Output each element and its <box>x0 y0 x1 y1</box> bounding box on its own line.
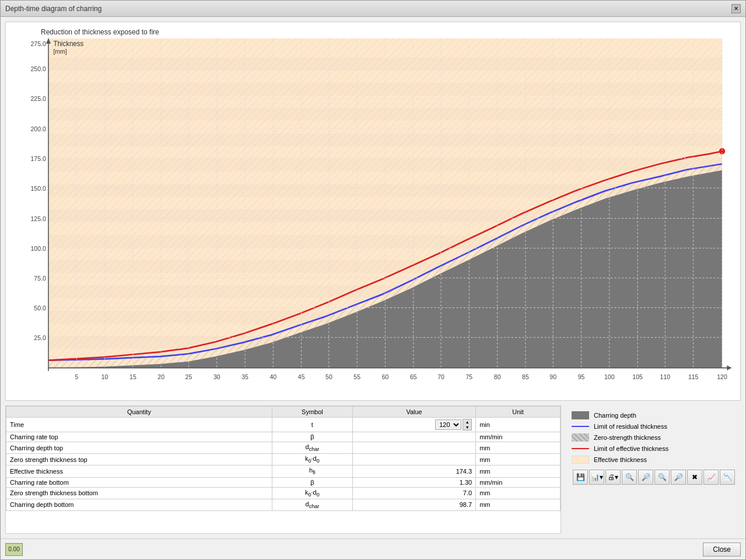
svg-text:225.0: 225.0 <box>31 95 46 102</box>
cell-unit: mm <box>476 442 561 454</box>
cell-unit: mm/min <box>476 477 561 487</box>
main-window: Depth-time diagram of charring ✕ Reducti… <box>0 0 746 560</box>
legend-label-effective-thick: Effective thickness <box>594 456 647 463</box>
cell-symbol: t <box>272 418 352 432</box>
svg-text:40: 40 <box>270 373 277 380</box>
cell-value <box>352 454 475 466</box>
table-row: Zero strength thickness bottomk0·d07.0mm <box>6 487 561 499</box>
svg-text:45: 45 <box>298 373 305 380</box>
toolbar-print[interactable]: 🖨▾ <box>605 470 621 485</box>
legend-swatch-residual <box>572 426 589 427</box>
cell-unit: mm <box>476 466 561 477</box>
table-row: Effective thicknesshfi174.3mm <box>6 466 561 477</box>
legend-zero-strength: Zero-strength thickness <box>572 433 735 442</box>
chart-container: 25.0 50.0 75.0 100.0 125.0 150.0 175.0 2… <box>12 38 734 393</box>
toolbar-chart-type1[interactable]: 📈 <box>703 470 719 485</box>
legend-swatch-effective-thick <box>572 456 589 464</box>
table-row: Charring depth topdcharmm <box>6 442 561 454</box>
bottom-area: Quantity Symbol Value Unit Timet120▲▼min… <box>5 405 741 534</box>
cell-quantity: Zero strength thickness bottom <box>6 487 272 499</box>
svg-text:35: 35 <box>241 373 248 380</box>
toolbar-zoom-out[interactable]: 🔎 <box>638 470 653 485</box>
svg-text:70: 70 <box>437 373 444 380</box>
svg-text:10: 10 <box>101 373 108 380</box>
toolbar-reset[interactable]: ✖ <box>687 470 702 485</box>
svg-text:120: 120 <box>717 373 727 380</box>
toolbar-buttons: 💾 📊▾ 🖨▾ 🔍 🔎 🔍 🔎 ✖ 📈 📉 <box>572 470 735 485</box>
legend-residual-line: Limit of residual thickness <box>572 423 735 430</box>
cell-quantity: Time <box>6 418 272 432</box>
cell-symbol: dchar <box>272 442 352 454</box>
cell-unit: mm <box>476 454 561 466</box>
toolbar-zoom-in[interactable]: 🔍 <box>622 470 637 485</box>
cell-symbol: hfi <box>272 466 352 477</box>
cell-value <box>352 442 475 454</box>
cell-value: 7.0 <box>352 487 475 499</box>
table-row: Charring rate bottomβ1.30mm/min <box>6 477 561 487</box>
footer-bar: 0.00 Close <box>1 538 745 559</box>
time-select[interactable]: 120 <box>435 419 461 430</box>
svg-text:275.0: 275.0 <box>31 40 46 47</box>
svg-text:55: 55 <box>353 373 360 380</box>
svg-text:95: 95 <box>578 373 585 380</box>
chart-area: Reduction of thickness exposed to fire <box>5 22 741 401</box>
legend-section: Charring depth Limit of residual thickne… <box>566 405 741 534</box>
col-symbol: Symbol <box>272 407 352 418</box>
spinner-down[interactable]: ▼ <box>463 425 471 430</box>
main-content: Reduction of thickness exposed to fire <box>1 17 745 538</box>
svg-text:65: 65 <box>410 373 417 380</box>
svg-text:125.0: 125.0 <box>31 215 46 222</box>
footer-value: 0.00 <box>8 546 19 552</box>
svg-text:20: 20 <box>157 373 164 380</box>
title-bar: Depth-time diagram of charring ✕ <box>1 1 745 17</box>
svg-text:60: 60 <box>382 373 389 380</box>
svg-text:15: 15 <box>129 373 136 380</box>
spinner-up[interactable]: ▲ <box>463 419 471 425</box>
legend-label-effective-line: Limit of effective thickness <box>594 445 668 452</box>
cell-unit: min <box>476 418 561 432</box>
cell-value: 98.7 <box>352 499 475 510</box>
svg-text:50: 50 <box>325 373 332 380</box>
legend-effective-line: Limit of effective thickness <box>572 445 735 452</box>
toolbar-zoom-reset[interactable]: 🔎 <box>671 470 686 485</box>
cell-value[interactable]: 120▲▼ <box>352 418 475 432</box>
cell-quantity: Charring depth bottom <box>6 499 272 510</box>
col-unit: Unit <box>476 407 561 418</box>
svg-text:90: 90 <box>549 373 556 380</box>
legend-swatch-charring <box>572 411 589 419</box>
data-table-section: Quantity Symbol Value Unit Timet120▲▼min… <box>5 405 561 534</box>
toolbar-chart-type2[interactable]: 📉 <box>720 470 735 485</box>
cell-symbol: β <box>272 432 352 442</box>
col-quantity: Quantity <box>6 407 272 418</box>
svg-text:5: 5 <box>75 373 78 380</box>
toolbar-export[interactable]: 📊▾ <box>589 470 604 485</box>
table-row: Charring depth bottomdchar98.7mm <box>6 499 561 510</box>
legend-charring-depth: Charring depth <box>572 411 735 419</box>
cell-symbol: k0·d0 <box>272 454 352 466</box>
data-table: Quantity Symbol Value Unit Timet120▲▼min… <box>6 406 561 511</box>
toolbar-zoom-area[interactable]: 🔍 <box>654 470 670 485</box>
svg-text:110: 110 <box>660 373 671 380</box>
table-row: Timet120▲▼min <box>6 418 561 432</box>
svg-text:25: 25 <box>185 373 192 380</box>
cell-unit: mm <box>476 499 561 510</box>
svg-text:50.0: 50.0 <box>34 304 45 312</box>
cell-value: 174.3 <box>352 466 475 477</box>
chart-title: Reduction of thickness exposed to fire <box>41 28 734 36</box>
svg-text:[mm]: [mm] <box>53 48 66 55</box>
toolbar-save[interactable]: 💾 <box>573 470 588 485</box>
cell-unit: mm/min <box>476 432 561 442</box>
svg-text:115: 115 <box>688 373 699 380</box>
close-button[interactable]: Close <box>703 542 741 556</box>
window-close-button[interactable]: ✕ <box>731 4 741 13</box>
legend-label-charring: Charring depth <box>594 412 636 419</box>
svg-text:Thickness: Thickness <box>53 40 83 47</box>
svg-marker-57 <box>727 365 731 370</box>
cell-quantity: Charring rate bottom <box>6 477 272 487</box>
svg-text:30: 30 <box>213 373 220 380</box>
cell-value <box>352 432 475 442</box>
col-value: Value <box>352 407 475 418</box>
svg-text:75: 75 <box>466 373 473 380</box>
window-title: Depth-time diagram of charring <box>5 5 101 13</box>
cell-symbol: dchar <box>272 499 352 510</box>
